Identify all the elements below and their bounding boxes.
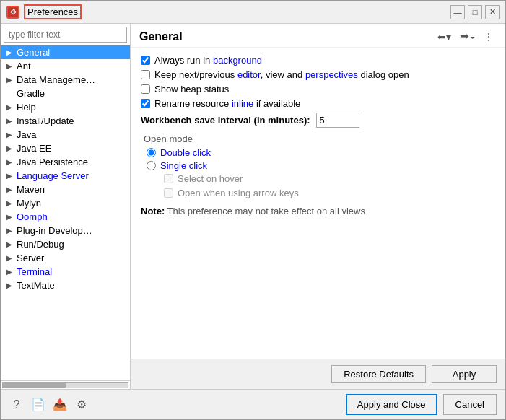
bottom-left-icons: ? 📄 📤 ⚙ bbox=[9, 398, 89, 412]
expand-arrow-help: ▶ bbox=[6, 103, 17, 111]
expand-arrow-run: ▶ bbox=[6, 240, 17, 248]
single-click-row: Single click bbox=[147, 160, 495, 171]
sidebar-label-plugin: Plug-in Develop… bbox=[17, 225, 127, 236]
single-click-label[interactable]: Single click bbox=[160, 160, 207, 171]
content-body: Always run in background Keep next/previ… bbox=[131, 48, 505, 359]
always-run-checkbox[interactable] bbox=[141, 56, 150, 65]
title-controls: — □ ✕ bbox=[450, 5, 500, 19]
back-button[interactable]: ⬅▾ bbox=[435, 30, 454, 44]
sidebar-item-ant[interactable]: ▶ Ant bbox=[1, 59, 130, 73]
open-mode-title: Open mode bbox=[144, 134, 495, 144]
sidebar-item-help[interactable]: ▶ Help bbox=[1, 100, 130, 114]
sidebar-item-gradle[interactable]: Gradle bbox=[1, 87, 130, 100]
filter-input[interactable] bbox=[4, 27, 127, 43]
sidebar-item-general[interactable]: ▶ General bbox=[1, 45, 130, 59]
sidebar-item-language-server[interactable]: ▶ Language Server bbox=[1, 169, 130, 183]
apply-close-button[interactable]: Apply and Close bbox=[346, 394, 437, 415]
single-click-radio[interactable] bbox=[147, 161, 156, 170]
main-content: ▶ General ▶ Ant ▶ Data Manageme… Gradle … bbox=[1, 24, 505, 389]
content-panel: General ⬅▾ ⮕▾ ⋮ Always run in background bbox=[131, 24, 505, 389]
preferences-window: ⚙ Preferences — □ ✕ ▶ General ▶ Ant bbox=[0, 0, 506, 420]
sidebar-item-maven[interactable]: ▶ Maven bbox=[1, 183, 130, 196]
expand-arrow-install: ▶ bbox=[6, 117, 17, 125]
keep-editor-row: Keep next/previous editor, view and pers… bbox=[141, 69, 495, 80]
sidebar: ▶ General ▶ Ant ▶ Data Manageme… Gradle … bbox=[1, 24, 131, 389]
heap-status-label[interactable]: Show heap status bbox=[154, 84, 229, 95]
expand-arrow-ant: ▶ bbox=[6, 62, 17, 70]
sidebar-label-data: Data Manageme… bbox=[17, 74, 127, 85]
workbench-interval-input[interactable] bbox=[316, 113, 359, 128]
open-arrow-checkbox[interactable] bbox=[164, 188, 173, 198]
sidebar-label-gradle: Gradle bbox=[17, 88, 127, 99]
maximize-button[interactable]: □ bbox=[468, 5, 482, 19]
double-click-label[interactable]: Double click bbox=[160, 147, 211, 158]
sidebar-item-run-debug[interactable]: ▶ Run/Debug bbox=[1, 237, 130, 251]
preferences-icon: ⚙ bbox=[6, 6, 19, 19]
forward-button[interactable]: ⮕▾ bbox=[457, 30, 478, 44]
menu-button[interactable]: ⋮ bbox=[481, 30, 497, 44]
expand-arrow-plugin: ▶ bbox=[6, 227, 17, 235]
sidebar-label-lang: Language Server bbox=[17, 170, 127, 181]
sidebar-label-mylyn: Mylyn bbox=[17, 198, 127, 209]
export-icon[interactable]: 📤 bbox=[53, 398, 67, 412]
sidebar-item-java[interactable]: ▶ Java bbox=[1, 128, 130, 141]
open-arrow-row: Open when using arrow keys bbox=[164, 188, 495, 198]
apply-button[interactable]: Apply bbox=[432, 365, 497, 383]
sidebar-tree: ▶ General ▶ Ant ▶ Data Manageme… Gradle … bbox=[1, 45, 130, 380]
sidebar-scrollbar[interactable] bbox=[2, 382, 128, 388]
select-hover-label: Select on hover bbox=[178, 173, 243, 184]
sidebar-item-plugin[interactable]: ▶ Plug-in Develop… bbox=[1, 224, 130, 237]
keep-editor-label[interactable]: Keep next/previous editor, view and pers… bbox=[154, 69, 409, 80]
sidebar-item-install-update[interactable]: ▶ Install/Update bbox=[1, 114, 130, 128]
select-hover-row: Select on hover bbox=[164, 173, 495, 184]
expand-arrow-mylyn: ▶ bbox=[6, 199, 17, 207]
always-run-label[interactable]: Always run in background bbox=[154, 55, 262, 66]
open-arrow-label: Open when using arrow keys bbox=[178, 188, 299, 198]
content-title: General bbox=[139, 30, 183, 43]
sidebar-item-data-management[interactable]: ▶ Data Manageme… bbox=[1, 73, 130, 87]
sidebar-item-java-ee[interactable]: ▶ Java EE bbox=[1, 141, 130, 155]
close-button[interactable]: ✕ bbox=[485, 5, 500, 19]
sidebar-item-java-persistence[interactable]: ▶ Java Persistence bbox=[1, 155, 130, 169]
sidebar-label-run: Run/Debug bbox=[17, 239, 127, 250]
expand-arrow-maven: ▶ bbox=[6, 185, 17, 193]
sidebar-item-oomph[interactable]: ▶ Oomph bbox=[1, 210, 130, 224]
workbench-label: Workbench save interval (in minutes): bbox=[141, 115, 310, 126]
editor-blue-text: editor bbox=[237, 69, 261, 80]
workbench-row: Workbench save interval (in minutes): bbox=[141, 113, 495, 128]
cancel-button[interactable]: Cancel bbox=[443, 394, 497, 415]
expand-arrow-textmate: ▶ bbox=[6, 281, 17, 289]
rename-resource-row: Rename resource inline if available bbox=[141, 98, 495, 109]
sidebar-label-oomph: Oomph bbox=[17, 211, 127, 222]
expand-arrow-java-persist: ▶ bbox=[6, 158, 17, 166]
double-click-radio[interactable] bbox=[147, 148, 156, 157]
expand-arrow-java: ▶ bbox=[6, 131, 17, 139]
note-bold: Note: bbox=[141, 206, 165, 216]
note-text: Note: This preference may not take effec… bbox=[141, 206, 495, 216]
always-run-blue-text: background bbox=[213, 55, 262, 66]
sidebar-item-mylyn[interactable]: ▶ Mylyn bbox=[1, 196, 130, 210]
heap-status-checkbox[interactable] bbox=[141, 84, 150, 94]
note-content: This preference may not take effect on a… bbox=[167, 206, 365, 216]
content-header: General ⬅▾ ⮕▾ ⋮ bbox=[131, 24, 505, 48]
double-click-row: Double click bbox=[147, 147, 495, 158]
help-icon[interactable]: ? bbox=[9, 398, 24, 412]
minimize-button[interactable]: — bbox=[450, 5, 465, 19]
inline-blue-text: inline bbox=[232, 98, 253, 109]
restore-defaults-button[interactable]: Restore Defaults bbox=[331, 365, 426, 383]
rename-resource-checkbox[interactable] bbox=[141, 99, 150, 108]
file-icon[interactable]: 📄 bbox=[31, 398, 45, 412]
sidebar-item-terminal[interactable]: ▶ Terminal bbox=[1, 265, 130, 279]
sidebar-item-server[interactable]: ▶ Server bbox=[1, 251, 130, 265]
rename-resource-label[interactable]: Rename resource inline if available bbox=[154, 98, 300, 109]
expand-arrow-general: ▶ bbox=[6, 48, 17, 56]
sidebar-label-terminal: Terminal bbox=[17, 266, 127, 277]
sidebar-item-textmate[interactable]: ▶ TextMate bbox=[1, 279, 130, 292]
sidebar-label-ant: Ant bbox=[17, 61, 127, 71]
title-left: ⚙ Preferences bbox=[6, 4, 82, 19]
sidebar-label-help: Help bbox=[17, 102, 127, 113]
select-hover-checkbox[interactable] bbox=[164, 174, 173, 183]
settings-icon[interactable]: ⚙ bbox=[74, 398, 89, 412]
sidebar-label-install: Install/Update bbox=[17, 115, 127, 126]
keep-editor-checkbox[interactable] bbox=[141, 70, 150, 79]
